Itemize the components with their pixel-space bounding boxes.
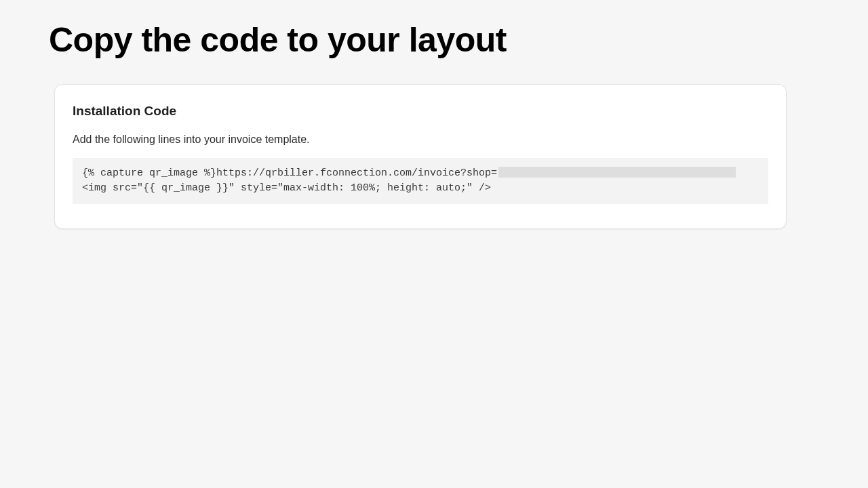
code-line-2: <img src="{{ qr_image }}" style="max-wid… <box>82 181 759 196</box>
code-line-1: {% capture qr_image %}https://qrbiller.f… <box>82 166 759 181</box>
card-title: Installation Code <box>73 104 768 119</box>
card-instructions: Add the following lines into your invoic… <box>73 134 768 146</box>
page-title: Copy the code to your layout <box>0 0 868 60</box>
code-block[interactable]: {% capture qr_image %}https://qrbiller.f… <box>73 158 768 204</box>
code-line-1-text: {% capture qr_image %}https://qrbiller.f… <box>82 167 497 179</box>
installation-code-card: Installation Code Add the following line… <box>54 84 787 229</box>
redacted-value <box>498 167 736 178</box>
